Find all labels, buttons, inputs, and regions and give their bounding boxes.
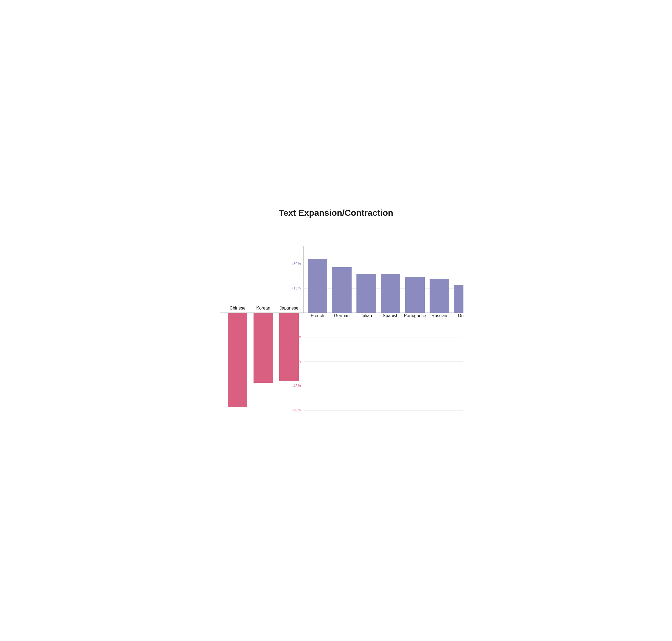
bar-spanish [381,274,400,313]
bar-portuguese [405,277,425,313]
y-label-30: +30% [291,261,300,266]
bar-french [308,259,327,313]
y-label-neg60: -60% [292,408,301,412]
bar-german [332,267,352,313]
chart-svg: +30% +15% -15% -30% -45% -60% C [220,231,463,427]
bar-korean [253,313,273,383]
label-chinese: Chinese [229,306,246,310]
chart-container: Text Expansion/Contraction +30% +15% -15… [214,197,458,444]
chart-svg-area: +30% +15% -15% -30% -45% -60% C [220,231,452,428]
chart-title: Text Expansion/Contraction [220,208,452,218]
y-label-neg45: -45% [292,383,301,388]
label-german: German [334,313,350,318]
bar-dutch [454,285,463,313]
label-french: French [311,313,324,318]
label-dutch: Dutch [458,313,463,318]
bar-japanese [279,313,299,381]
label-korean: Korean [256,306,270,310]
label-russian: Russian [432,313,447,318]
bar-italian [356,274,376,313]
label-portuguese: Portuguese [404,313,426,318]
label-spanish: Spanish [383,313,398,318]
bar-russian [430,278,449,313]
label-japanese: Japanese [280,306,298,310]
y-label-15: +15% [291,286,300,290]
label-italian: Italian [360,313,372,318]
bar-chinese [228,313,247,407]
